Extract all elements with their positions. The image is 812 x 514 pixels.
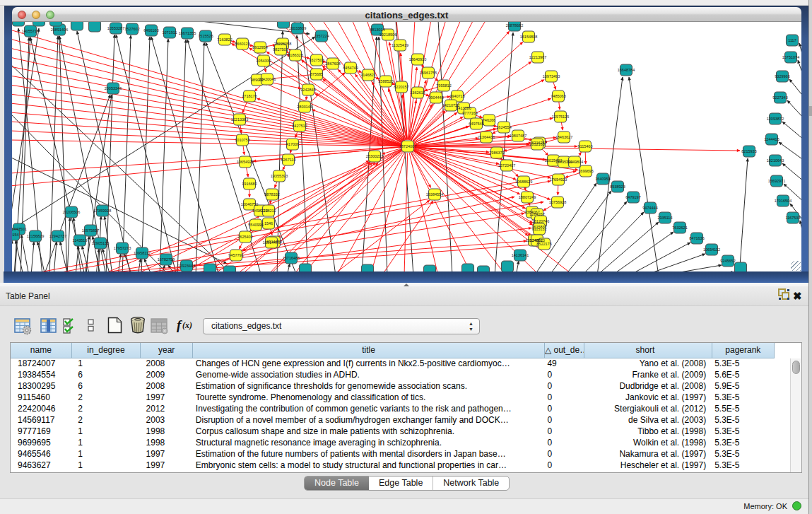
- svg-text:10807487: 10807487: [510, 134, 526, 138]
- svg-text:2935114: 2935114: [657, 216, 672, 220]
- svg-text:16154808: 16154808: [520, 35, 537, 39]
- svg-text:16120746: 16120746: [532, 219, 549, 223]
- svg-text:1362615: 1362615: [410, 90, 425, 95]
- svg-text:14136141: 14136141: [512, 253, 529, 257]
- svg-text:10654112: 10654112: [703, 247, 720, 252]
- svg-text:7986372: 7986372: [489, 151, 504, 155]
- svg-text:1546: 1546: [264, 221, 273, 226]
- svg-text:1916682: 1916682: [242, 182, 257, 186]
- svg-text:9242845: 9242845: [300, 88, 315, 92]
- svg-text:15692971: 15692971: [768, 179, 785, 183]
- svg-text:12213383: 12213383: [231, 117, 248, 122]
- svg-text:16648784: 16648784: [618, 68, 635, 72]
- svg-text:5540994: 5540994: [248, 223, 263, 227]
- svg-text:7357224: 7357224: [314, 34, 329, 38]
- svg-text:23226058: 23226058: [274, 42, 291, 46]
- svg-text:12156829: 12156829: [27, 234, 44, 238]
- svg-text:9940718: 9940718: [449, 94, 464, 98]
- svg-text:16033809: 16033809: [289, 26, 306, 30]
- svg-text:15720407: 15720407: [498, 163, 515, 168]
- svg-text:17654923: 17654923: [550, 177, 567, 182]
- svg-text:1284267: 1284267: [529, 212, 544, 216]
- svg-text:6497545: 6497545: [469, 122, 483, 126]
- svg-text:18640910: 18640910: [409, 57, 426, 62]
- svg-text:9245652: 9245652: [720, 259, 735, 263]
- svg-text:16782759: 16782759: [158, 257, 175, 262]
- svg-text:9115460: 9115460: [577, 144, 592, 148]
- svg-text:746266: 746266: [483, 118, 495, 122]
- svg-text:1640953: 1640953: [595, 177, 610, 181]
- svg-text:8215935: 8215935: [741, 149, 756, 153]
- svg-text:1413280: 1413280: [456, 106, 471, 110]
- svg-text:7485063: 7485063: [551, 94, 565, 98]
- svg-text:9327503: 9327503: [309, 58, 324, 62]
- svg-text:9827503: 9827503: [273, 47, 288, 52]
- svg-text:16961755: 16961755: [420, 71, 437, 75]
- svg-text:11325419: 11325419: [392, 43, 408, 47]
- svg-text:12923448: 12923448: [178, 264, 195, 268]
- svg-text:1527602: 1527602: [124, 27, 139, 31]
- svg-text:1071911: 1071911: [162, 30, 177, 35]
- svg-text:18463627: 18463627: [555, 135, 572, 139]
- svg-text:8186328: 8186328: [288, 53, 302, 57]
- svg-text:9457791: 9457791: [228, 253, 243, 257]
- svg-text:7632621: 7632621: [672, 226, 687, 230]
- svg-text:8427512: 8427512: [292, 124, 307, 128]
- svg-text:9474444: 9474444: [642, 206, 657, 210]
- svg-text:1443501: 1443501: [12, 227, 27, 231]
- svg-text:10210643: 10210643: [767, 158, 784, 163]
- svg-text:8813014: 8813014: [370, 28, 384, 32]
- svg-text:39154: 39154: [12, 233, 19, 237]
- svg-text:9777169: 9777169: [462, 111, 477, 115]
- svg-text:(x): (x): [182, 320, 192, 330]
- svg-text:7163822: 7163822: [217, 37, 232, 42]
- svg-text:16671355: 16671355: [179, 31, 196, 35]
- svg-text:1143519: 1143519: [72, 238, 87, 243]
- svg-text:10975857: 10975857: [82, 228, 99, 233]
- svg-text:2718176: 2718176: [242, 94, 257, 98]
- svg-text:10049804: 10049804: [566, 160, 583, 164]
- svg-text:19218506: 19218506: [379, 33, 396, 37]
- svg-text:12975125: 12975125: [552, 115, 569, 119]
- svg-text:20891406: 20891406: [51, 28, 68, 32]
- svg-text:20878682: 20878682: [506, 23, 523, 28]
- svg-text:f: f: [177, 317, 182, 332]
- svg-text:10046750: 10046750: [241, 202, 258, 206]
- svg-text:25300213: 25300213: [366, 154, 383, 158]
- svg-text:8912954: 8912954: [252, 45, 267, 49]
- svg-text:9115132: 9115132: [531, 227, 546, 231]
- svg-text:10756928: 10756928: [549, 200, 566, 204]
- svg-text:9904448: 9904448: [428, 95, 443, 100]
- svg-text:17957273: 17957273: [114, 246, 131, 250]
- svg-text:6479197: 6479197: [625, 195, 640, 199]
- svg-text:10973493: 10973493: [543, 74, 560, 78]
- svg-text:20053346: 20053346: [105, 86, 122, 90]
- svg-text:18724007: 18724007: [399, 144, 416, 148]
- svg-text:20206506: 20206506: [63, 210, 80, 214]
- svg-text:9329966: 9329966: [775, 74, 789, 78]
- svg-text:2867608: 2867608: [325, 62, 340, 66]
- svg-text:8454749: 8454749: [343, 66, 358, 70]
- svg-text:18807249: 18807249: [519, 195, 536, 199]
- svg-text:17359928: 17359928: [94, 209, 111, 213]
- svg-text:8471636: 8471636: [689, 236, 704, 240]
- svg-text:9146821: 9146821: [360, 73, 375, 77]
- svg-text:8660123: 8660123: [235, 42, 249, 46]
- svg-text:1117: 1117: [788, 38, 796, 42]
- svg-text:7515526: 7515526: [198, 34, 213, 38]
- svg-text:17016504: 17016504: [775, 199, 792, 203]
- svg-text:7955812: 7955812: [436, 83, 451, 88]
- svg-text:15751074: 15751074: [782, 55, 799, 59]
- svg-text:10958117: 10958117: [134, 251, 151, 255]
- svg-text:1238212: 1238212: [261, 209, 276, 213]
- svg-text:1244415: 1244415: [764, 137, 779, 141]
- svg-text:16914479: 16914479: [263, 240, 280, 245]
- svg-text:10688629: 10688629: [515, 180, 532, 184]
- svg-text:12942737: 12942737: [49, 234, 66, 238]
- svg-text:9227343: 9227343: [772, 95, 787, 100]
- svg-text:417006: 417006: [286, 142, 299, 146]
- svg-text:2803144: 2803144: [297, 105, 312, 109]
- svg-text:14055714: 14055714: [22, 29, 39, 33]
- svg-text:12213967: 12213967: [529, 55, 546, 59]
- svg-text:12093872: 12093872: [767, 117, 784, 121]
